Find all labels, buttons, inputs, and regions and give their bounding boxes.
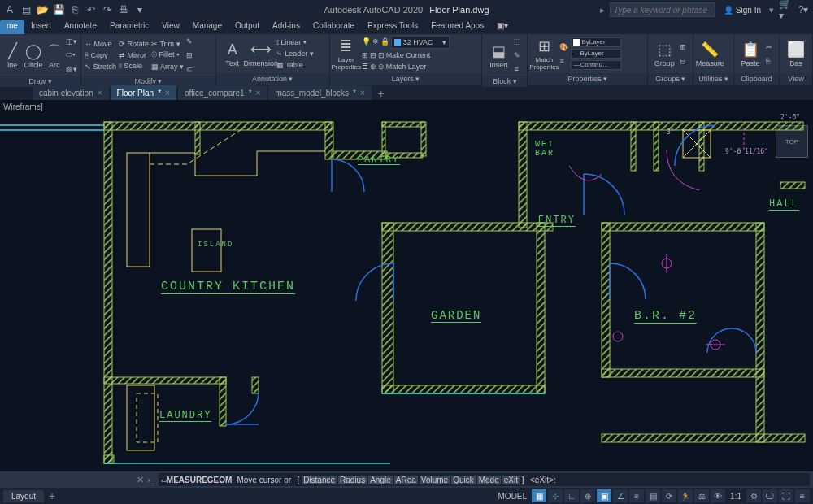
draw-opt2-icon[interactable]: ⬭▾ bbox=[66, 50, 77, 60]
cut-icon[interactable]: ✂ bbox=[766, 41, 772, 52]
trim-button[interactable]: ✂ Trim ▾ bbox=[151, 38, 184, 49]
group-edit-icon[interactable]: ⊟ bbox=[680, 55, 686, 66]
lineweight-dropdown[interactable]: — Continu... bbox=[571, 60, 621, 70]
redo-icon[interactable]: ↷ bbox=[101, 3, 114, 16]
cart-icon[interactable]: 🛒▾ bbox=[779, 3, 792, 16]
panel-label-utilities[interactable]: Utilities ▾ bbox=[693, 73, 733, 85]
close-icon[interactable]: × bbox=[98, 89, 102, 98]
customization-icon[interactable]: ≡ bbox=[795, 489, 810, 502]
anno-toggle-icon[interactable]: 🏃 bbox=[678, 489, 693, 502]
cycle-toggle-icon[interactable]: ⟳ bbox=[662, 489, 676, 502]
qat-dropdown-icon[interactable]: ▾ bbox=[133, 3, 146, 16]
dimension-button[interactable]: ⟷Dimension bbox=[248, 36, 274, 72]
ortho-toggle-icon[interactable]: ∟ bbox=[564, 489, 579, 502]
tab-manage[interactable]: Manage bbox=[186, 20, 228, 34]
layer-properties-button[interactable]: ≣Layer Properties bbox=[333, 36, 359, 72]
layer-freeze-icon[interactable]: ❄ bbox=[372, 36, 379, 46]
layer-dropdown[interactable]: 32 HVAC▾ bbox=[391, 36, 450, 49]
insert-block-button[interactable]: ⬓Insert bbox=[485, 37, 511, 73]
stretch-button[interactable]: ⤡ Stretch bbox=[85, 61, 116, 72]
arc-button[interactable]: ⌒Arc bbox=[46, 37, 63, 73]
array-button[interactable]: ▦ Array ▾ bbox=[151, 61, 184, 72]
text-button[interactable]: AText bbox=[220, 36, 246, 72]
doctab-mass[interactable]: mass_model_blocks*× bbox=[268, 85, 371, 100]
table-button[interactable]: ▦ Table bbox=[276, 60, 314, 71]
linear-button[interactable]: ⟟ Linear ▾ bbox=[276, 37, 314, 48]
help-icon[interactable]: ?▾ bbox=[797, 3, 810, 16]
circle-button[interactable]: ◯Circle bbox=[24, 37, 42, 73]
modify-opt3-icon[interactable]: ⊂ bbox=[186, 63, 193, 74]
measure-button[interactable]: 📏Measure bbox=[697, 36, 723, 72]
clean-screen-icon[interactable]: ⛶ bbox=[779, 489, 793, 502]
fillet-button[interactable]: ⦾ Fillet ▾ bbox=[151, 50, 184, 60]
model-space-toggle[interactable]: MODEL bbox=[495, 492, 531, 501]
tab-view[interactable]: View bbox=[155, 20, 186, 34]
modify-opt-icon[interactable]: ✎ bbox=[186, 36, 193, 46]
line-button[interactable]: ╱ine bbox=[3, 37, 21, 73]
modify-opt2-icon[interactable]: ⊞ bbox=[186, 50, 193, 60]
copy-button[interactable]: ⎘ Copy bbox=[85, 50, 116, 60]
layout-tab[interactable]: Layout bbox=[3, 490, 44, 502]
anno-scale-icon[interactable]: 👁 bbox=[711, 489, 725, 502]
new-tab-button[interactable]: + bbox=[373, 87, 389, 100]
layer-uniso-icon[interactable]: ⊟ bbox=[370, 50, 376, 60]
color-swap-icon[interactable]: 🎨 bbox=[559, 41, 568, 52]
ungroup-icon[interactable]: ⊞ bbox=[680, 41, 686, 52]
move-button[interactable]: ↔ Move bbox=[85, 38, 116, 49]
layer-lock-icon[interactable]: 🔒 bbox=[380, 36, 389, 46]
drawing-viewport[interactable]: Wireframe] TOP bbox=[0, 101, 813, 471]
rotate-button[interactable]: ⟳ Rotate bbox=[119, 38, 149, 49]
draw-opt-icon[interactable]: ◫▾ bbox=[66, 36, 77, 46]
osnap-toggle-icon[interactable]: ▣ bbox=[597, 489, 611, 502]
polar-toggle-icon[interactable]: ⊕ bbox=[580, 489, 595, 502]
tab-express[interactable]: Express Tools bbox=[361, 20, 424, 34]
edit-block-icon[interactable]: ✎ bbox=[514, 50, 521, 60]
block-attr-icon[interactable]: ≡ bbox=[514, 63, 521, 74]
paste-button[interactable]: 📋Paste bbox=[737, 36, 763, 72]
draw-opt3-icon[interactable]: ▨▾ bbox=[66, 63, 77, 74]
monitor-icon[interactable]: 🖵 bbox=[763, 489, 777, 502]
doctab-cabin[interactable]: cabin elevation× bbox=[33, 85, 109, 100]
match-layer-button[interactable]: Match Layer bbox=[386, 61, 427, 72]
app-menu-icon[interactable]: A bbox=[3, 3, 16, 16]
layer-prev-icon[interactable]: ⊡ bbox=[378, 50, 385, 60]
sign-in-button[interactable]: Sign In bbox=[720, 6, 764, 15]
make-current-button[interactable]: Make Current bbox=[386, 50, 431, 60]
group-button[interactable]: ⬚Group bbox=[651, 36, 677, 72]
cmd-chevron-icon[interactable]: ›_ bbox=[147, 475, 155, 484]
scale-button[interactable]: ⫴ Scale bbox=[119, 61, 149, 72]
tab-home[interactable]: me bbox=[0, 20, 24, 34]
snap-toggle-icon[interactable]: ⊹ bbox=[548, 489, 563, 502]
grid-toggle-icon[interactable]: ▦ bbox=[532, 489, 546, 502]
new-icon[interactable]: ▤ bbox=[20, 3, 33, 16]
copy-clip-icon[interactable]: ⎘ bbox=[766, 55, 772, 66]
command-input[interactable]: ▭ MEASUREGEOM Move cursor or [DistanceRa… bbox=[159, 473, 810, 486]
lweight-toggle-icon[interactable]: ≡ bbox=[629, 489, 644, 502]
close-icon[interactable]: × bbox=[360, 89, 365, 98]
layer-merge-icon[interactable]: ⊕ bbox=[370, 61, 376, 72]
tab-featured[interactable]: Featured Apps bbox=[424, 20, 490, 34]
panel-label-view[interactable]: View bbox=[780, 73, 812, 85]
transp-toggle-icon[interactable]: ▤ bbox=[646, 489, 660, 502]
panel-label-annotation[interactable]: Annotation ▾ bbox=[216, 73, 329, 85]
undo-icon[interactable]: ↶ bbox=[85, 3, 98, 16]
tab-overflow-icon[interactable]: ▣▾ bbox=[490, 20, 515, 34]
tab-annotate[interactable]: Annotate bbox=[58, 20, 103, 34]
leader-button[interactable]: ⤷ Leader ▾ bbox=[276, 49, 314, 59]
match-properties-button[interactable]: ⊞Match Properties bbox=[531, 36, 557, 72]
anno-vis-icon[interactable]: ⚖ bbox=[694, 489, 709, 502]
linetype-dropdown[interactable]: — ByLayer bbox=[571, 49, 621, 59]
tab-collaborate[interactable]: Collaborate bbox=[307, 20, 361, 34]
doctab-floorplan[interactable]: Floor Plan*× bbox=[111, 85, 176, 100]
open-icon[interactable]: 📂 bbox=[36, 3, 49, 16]
save-icon[interactable]: 💾 bbox=[52, 3, 65, 16]
layer-iso-icon[interactable]: ⊞ bbox=[362, 50, 368, 60]
panel-label-layers[interactable]: Layers ▾ bbox=[330, 73, 482, 85]
layer-walk-icon[interactable]: ≣ bbox=[362, 61, 368, 72]
mirror-button[interactable]: ⇄ Mirror bbox=[119, 50, 149, 60]
help-search-input[interactable] bbox=[610, 2, 715, 17]
workspace-icon[interactable]: ⚙ bbox=[746, 489, 761, 502]
panel-label-clipboard[interactable]: Clipboard bbox=[734, 73, 779, 85]
close-icon[interactable]: × bbox=[165, 89, 170, 98]
tab-insert[interactable]: Insert bbox=[24, 20, 58, 34]
